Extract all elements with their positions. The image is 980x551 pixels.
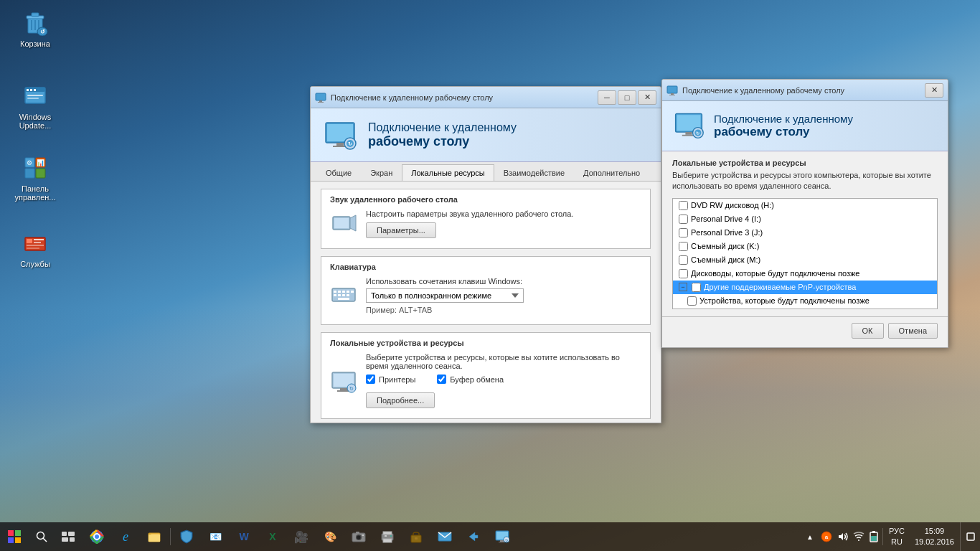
device-item-removable-m[interactable]: Съемный диск (M:) bbox=[673, 253, 937, 267]
taskbar-app-outlook[interactable]: 📧 bbox=[201, 522, 230, 551]
device-item-future-drives[interactable]: Дисководы, которые будут подключены позж… bbox=[673, 267, 937, 281]
device-pnp-label: Другие поддерживаемые PnP-устройства bbox=[704, 283, 856, 291]
tray-volume-icon[interactable] bbox=[835, 522, 851, 551]
svg-rect-2 bbox=[32, 13, 39, 17]
rdp-main-minimize-button[interactable]: ─ bbox=[598, 90, 616, 105]
rdp-main-titlebar[interactable]: Подключение к удаленному рабочему столу … bbox=[311, 87, 661, 108]
svg-marker-91 bbox=[469, 532, 478, 541]
rdp-main-maximize-button[interactable]: □ bbox=[618, 90, 636, 105]
taskbar-app-paint[interactable]: 🎨 bbox=[316, 522, 344, 551]
tray-battery-icon[interactable] bbox=[867, 522, 881, 551]
svg-rect-27 bbox=[316, 93, 326, 100]
svg-rect-104 bbox=[967, 533, 974, 540]
tray-show-hidden-icon[interactable]: ▲ bbox=[806, 533, 814, 541]
device-pd4-checkbox[interactable] bbox=[679, 215, 688, 224]
device-item-dvd[interactable]: DVD RW дисковод (H:) bbox=[673, 199, 937, 212]
device-removable-m-checkbox[interactable] bbox=[679, 255, 688, 265]
taskbar-task-view-button[interactable] bbox=[54, 522, 83, 551]
pnp-expand-icon[interactable]: − bbox=[679, 283, 687, 291]
taskbar-app-rdp[interactable]: ↻ bbox=[488, 522, 517, 551]
device-future-devices-checkbox[interactable] bbox=[687, 296, 697, 306]
device-pd3-checkbox[interactable] bbox=[679, 228, 688, 237]
svg-rect-45 bbox=[351, 291, 354, 293]
tab-screen[interactable]: Экран bbox=[361, 164, 402, 181]
rdp2-window-controls: ✕ bbox=[925, 83, 943, 98]
tray-avast-icon[interactable]: a bbox=[818, 522, 835, 551]
tab-interaction[interactable]: Взаимодействие bbox=[494, 164, 574, 181]
taskbar-app-briefcase[interactable] bbox=[402, 522, 430, 551]
taskbar-language[interactable]: РУС RU bbox=[885, 526, 909, 548]
clipboard-label: Буфер обмена bbox=[450, 375, 504, 384]
taskbar-app-mail[interactable] bbox=[430, 522, 459, 551]
taskbar-separator-right bbox=[882, 528, 883, 545]
taskbar-app-arrow[interactable] bbox=[459, 522, 488, 551]
windows-update-label: Windows Update... bbox=[13, 113, 57, 130]
taskbar-app-ie[interactable]: e bbox=[111, 522, 140, 551]
svg-rect-44 bbox=[347, 291, 349, 293]
devices-list[interactable]: DVD RW дисковод (H:) Personal Drive 4 (I… bbox=[672, 198, 938, 309]
device-dvd-label: DVD RW дисковод (H:) bbox=[691, 201, 774, 209]
svg-rect-14 bbox=[27, 98, 39, 99]
desktop-icon-windows-update[interactable]: Windows Update... bbox=[10, 79, 60, 133]
device-removable-k-checkbox[interactable] bbox=[679, 242, 688, 251]
taskbar-app-chrome[interactable] bbox=[83, 522, 111, 551]
device-item-pd3[interactable]: Personal Drive 3 (J:) bbox=[673, 226, 937, 240]
local-devices-details-button[interactable]: Подробнее... bbox=[366, 392, 435, 408]
svg-text:⚙: ⚙ bbox=[27, 159, 32, 166]
svg-rect-43 bbox=[342, 291, 345, 293]
windows-logo-icon bbox=[8, 530, 21, 543]
svg-rect-53 bbox=[340, 388, 347, 390]
svg-rect-70 bbox=[68, 532, 75, 536]
device-future-drives-checkbox[interactable] bbox=[679, 269, 688, 278]
keyboard-select[interactable]: Только в полноэкранном режиме bbox=[366, 288, 524, 303]
taskbar-app-excel[interactable]: X bbox=[258, 522, 287, 551]
device-item-pnp[interactable]: − Другие поддерживаемые PnP-устройства bbox=[673, 281, 937, 294]
rdp2-close-button[interactable]: ✕ bbox=[925, 83, 943, 98]
svg-rect-12 bbox=[34, 89, 36, 91]
rdp2-titlebar[interactable]: Подключение к удаленному рабочему столу … bbox=[662, 80, 948, 101]
tab-advanced[interactable]: Дополнительно bbox=[574, 164, 649, 181]
taskbar-app-printer[interactable] bbox=[373, 522, 402, 551]
ok-button[interactable]: ОК bbox=[852, 323, 884, 339]
clipboard-checkbox[interactable] bbox=[437, 375, 446, 384]
printers-checkbox[interactable] bbox=[366, 375, 375, 384]
sound-section-title: Звук удаленного рабочего стола bbox=[330, 195, 641, 204]
rdp-main-close-button[interactable]: ✕ bbox=[638, 90, 656, 105]
desktop-icon-control-panel[interactable]: ⚙ 📊 Панель управлен... bbox=[10, 151, 60, 204]
desktop: ↺ Корзина Windows Update... bbox=[0, 0, 980, 551]
taskbar-app-word[interactable]: W bbox=[230, 522, 258, 551]
start-button[interactable] bbox=[0, 522, 29, 551]
svg-marker-39 bbox=[350, 215, 356, 231]
taskbar-app-shield[interactable] bbox=[172, 522, 201, 551]
desktop-icon-services[interactable]: Службы bbox=[10, 226, 60, 271]
cancel-button[interactable]: Отмена bbox=[888, 323, 938, 339]
device-item-removable-k[interactable]: Съемный диск (K:) bbox=[673, 240, 937, 253]
desktop-icon-recycle-bin[interactable]: ↺ Корзина bbox=[10, 6, 60, 51]
taskbar-app-explorer[interactable] bbox=[140, 522, 169, 551]
tab-local-resources[interactable]: Локальные ресурсы bbox=[402, 164, 494, 181]
clock-date: 19.02.2016 bbox=[915, 537, 954, 547]
tray-network-icon[interactable] bbox=[851, 522, 867, 551]
device-removable-k-label: Съемный диск (K:) bbox=[691, 242, 759, 250]
device-dvd-checkbox[interactable] bbox=[679, 201, 688, 210]
keyboard-icon bbox=[330, 281, 359, 310]
taskbar-app-vlc[interactable]: 🎥 bbox=[287, 522, 316, 551]
taskbar-search-button[interactable] bbox=[29, 522, 54, 551]
sound-section-row: Настроить параметры звука удаленного раб… bbox=[330, 209, 641, 238]
rdp-header-icon: ↻ bbox=[322, 117, 358, 153]
svg-rect-24 bbox=[34, 242, 41, 243]
sound-params-button[interactable]: Параметры... bbox=[366, 222, 436, 238]
device-pnp-checkbox[interactable] bbox=[692, 283, 701, 292]
svg-rect-50 bbox=[338, 298, 349, 300]
keyboard-section-title: Клавиатура bbox=[330, 263, 641, 271]
sound-section-desc: Настроить параметры звука удаленного раб… bbox=[366, 209, 573, 238]
svg-rect-84 bbox=[383, 539, 392, 542]
device-item-future-devices[interactable]: Устройства, которые будут подключены поз… bbox=[673, 294, 937, 308]
taskbar-app-camera[interactable] bbox=[344, 522, 373, 551]
device-item-pd4[interactable]: Personal Drive 4 (I:) bbox=[673, 212, 937, 226]
device-future-drives-label: Дисководы, которые будут подключены позж… bbox=[691, 269, 859, 278]
notification-area-button[interactable] bbox=[960, 522, 980, 551]
taskbar-clock[interactable]: 15:09 19.02.2016 bbox=[909, 526, 960, 548]
tab-general[interactable]: Общие bbox=[316, 164, 361, 181]
rdp2-devices-desc: Выберите устройства и ресурсы этого комп… bbox=[672, 170, 938, 192]
